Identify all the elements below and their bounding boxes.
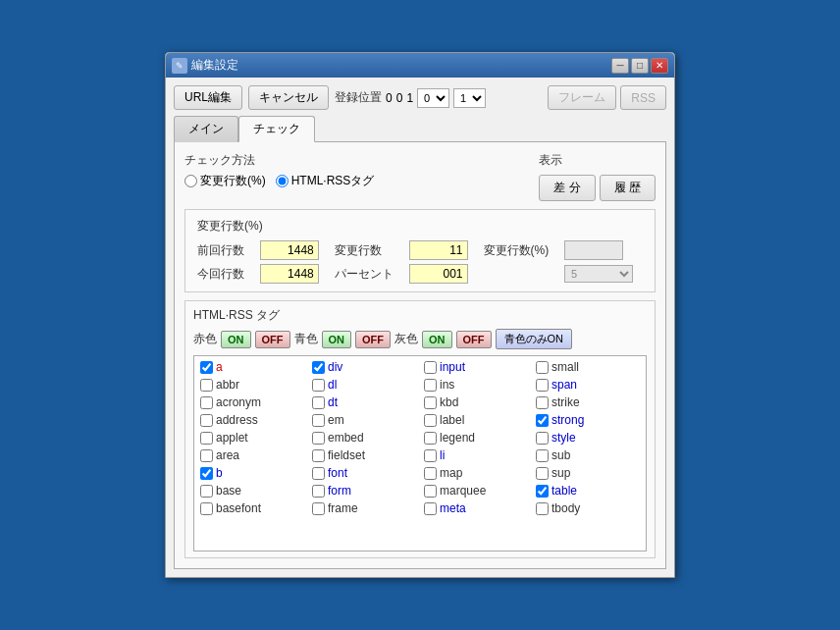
tag-checkbox-area[interactable] xyxy=(200,449,213,462)
tag-item: b xyxy=(196,464,308,482)
tag-checkbox-base[interactable] xyxy=(200,485,213,498)
change-pct-input[interactable] xyxy=(564,240,623,260)
tag-checkbox-ins[interactable] xyxy=(424,379,437,392)
url-edit-button[interactable]: URL編集 xyxy=(174,85,242,110)
tag-checkbox-input[interactable] xyxy=(424,361,437,374)
reg-pos-select2[interactable]: 123 xyxy=(453,88,486,108)
tag-checkbox-span[interactable] xyxy=(536,379,549,392)
tag-label-small: small xyxy=(551,360,579,374)
tag-checkbox-frame[interactable] xyxy=(312,502,325,515)
tag-checkbox-basefont[interactable] xyxy=(200,502,213,515)
reg-pos-select1[interactable]: 012 xyxy=(417,88,449,108)
tag-label-kbd: kbd xyxy=(440,395,458,409)
tag-label-tbody: tbody xyxy=(551,501,580,515)
blue-on-button[interactable]: ON xyxy=(322,331,352,348)
red-on-button[interactable]: ON xyxy=(221,331,251,348)
frame-button[interactable]: フレーム xyxy=(548,85,616,110)
tag-checkbox-div[interactable] xyxy=(312,361,325,374)
tag-label-frame: frame xyxy=(328,501,358,515)
change-value-input[interactable] xyxy=(409,240,468,260)
html-rss-title: HTML·RSS タグ xyxy=(193,307,647,324)
tag-item: ins xyxy=(420,376,532,394)
tag-checkbox-em[interactable] xyxy=(312,414,325,427)
current-value-input[interactable] xyxy=(260,264,319,284)
diff-button[interactable]: 差 分 xyxy=(539,175,595,201)
tag-label-b: b xyxy=(216,466,223,480)
tag-item: marquee xyxy=(420,482,532,499)
tag-checkbox-marquee[interactable] xyxy=(424,485,437,498)
tag-checkbox-tbody[interactable] xyxy=(536,502,549,515)
radio-option2[interactable]: HTML·RSSタグ xyxy=(276,173,375,189)
prev-value-input[interactable] xyxy=(260,240,319,260)
tag-checkbox-form[interactable] xyxy=(312,485,325,498)
tag-checkbox-li[interactable] xyxy=(424,449,437,462)
top-section: チェック方法 変更行数(%) HTML·RSSタグ 表示 xyxy=(184,152,656,201)
tag-checkbox-dt[interactable] xyxy=(312,396,325,409)
tag-checkbox-address[interactable] xyxy=(200,414,213,427)
cancel-button[interactable]: キャンセル xyxy=(248,85,329,110)
tag-checkbox-legend[interactable] xyxy=(424,432,437,445)
percent-value-input[interactable] xyxy=(409,264,468,284)
toolbar-row: URL編集 キャンセル 登録位置 0 0 1 012 123 フレーム RSS xyxy=(174,85,666,110)
tag-checkbox-table[interactable] xyxy=(536,485,549,498)
minimize-button[interactable]: ─ xyxy=(611,58,629,74)
tag-item: meta xyxy=(420,499,532,517)
tag-checkbox-label[interactable] xyxy=(424,414,437,427)
tag-label-font: font xyxy=(328,466,347,480)
tag-checkbox-meta[interactable] xyxy=(424,502,437,515)
tag-checkbox-applet[interactable] xyxy=(200,432,213,445)
radio-input-option1[interactable] xyxy=(184,175,197,187)
check-panel: チェック方法 変更行数(%) HTML·RSSタグ 表示 xyxy=(174,141,666,569)
gray-off-button[interactable]: OFF xyxy=(456,331,492,348)
tag-checkbox-dl[interactable] xyxy=(312,379,325,392)
tag-checkbox-sup[interactable] xyxy=(536,467,549,480)
tab-check[interactable]: チェック xyxy=(238,116,315,142)
tag-item: strong xyxy=(532,411,644,429)
tag-checkbox-abbr[interactable] xyxy=(200,379,213,392)
prev-label: 前回行数 xyxy=(197,242,254,259)
tag-item: fieldset xyxy=(308,446,420,464)
tag-label-a: a xyxy=(216,360,223,374)
rss-button[interactable]: RSS xyxy=(620,85,666,110)
tag-checkbox-sub[interactable] xyxy=(536,449,549,462)
tag-checkbox-strike[interactable] xyxy=(536,396,549,409)
tag-checkbox-embed[interactable] xyxy=(312,432,325,445)
tag-item: applet xyxy=(196,429,308,446)
gray-on-button[interactable]: ON xyxy=(422,331,452,348)
tab-main[interactable]: メイン xyxy=(174,116,238,142)
percent-label: パーセント xyxy=(335,266,403,283)
history-button[interactable]: 履 歴 xyxy=(600,175,656,201)
tag-label-style: style xyxy=(551,431,576,445)
tag-item: embed xyxy=(308,429,420,446)
reg-pos-area: 登録位置 0 0 1 012 123 xyxy=(335,88,486,108)
tag-checkbox-font[interactable] xyxy=(312,467,325,480)
tag-checkbox-small[interactable] xyxy=(536,361,549,374)
main-window: ✎ 編集設定 ─ □ ✕ URL編集 キャンセル 登録位置 0 0 1 012 … xyxy=(165,52,675,578)
display-box: 表示 差 分 履 歴 xyxy=(539,152,656,201)
tag-checkbox-b[interactable] xyxy=(200,467,213,480)
blue-only-button[interactable]: 青色のみON xyxy=(496,329,573,349)
tag-item: tbody xyxy=(532,499,644,517)
tag-checkbox-style[interactable] xyxy=(536,432,549,445)
tag-checkbox-a[interactable] xyxy=(200,361,213,374)
window-icon: ✎ xyxy=(172,58,187,74)
restore-button[interactable]: □ xyxy=(631,58,649,74)
change-lines-title: 変更行数(%) xyxy=(197,218,643,235)
radio-option1[interactable]: 変更行数(%) xyxy=(184,173,266,189)
tag-checkbox-map[interactable] xyxy=(424,467,437,480)
close-button[interactable]: ✕ xyxy=(651,58,668,74)
percent-select[interactable]: 51015202530 xyxy=(564,265,633,283)
tag-checkbox-strong[interactable] xyxy=(536,414,549,427)
tag-item: strike xyxy=(532,394,644,411)
change-pct-label: 変更行数(%) xyxy=(484,242,558,259)
radio-input-option2[interactable] xyxy=(276,175,289,187)
tag-label-embed: embed xyxy=(328,431,364,445)
tag-label-form: form xyxy=(328,484,351,498)
blue-off-button[interactable]: OFF xyxy=(355,331,391,348)
tab-bar: メイン チェック xyxy=(174,116,666,142)
tag-checkbox-acronym[interactable] xyxy=(200,396,213,409)
tag-checkbox-fieldset[interactable] xyxy=(312,449,325,462)
red-off-button[interactable]: OFF xyxy=(255,331,290,348)
tag-label-fieldset: fieldset xyxy=(328,448,365,462)
tag-checkbox-kbd[interactable] xyxy=(424,396,437,409)
